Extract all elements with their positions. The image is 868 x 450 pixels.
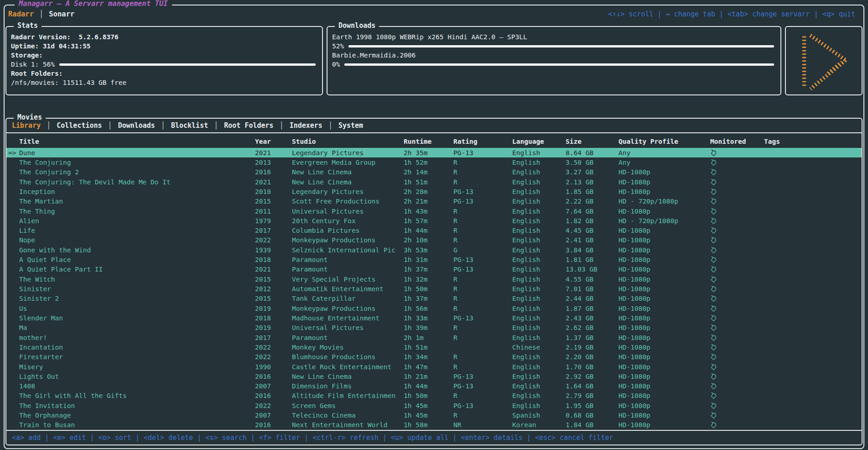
tab-root-folders[interactable]: Root Folders <box>224 121 273 130</box>
table-row[interactable]: A Quiet Place 2018 Paramount 1h 31m PG-1… <box>6 255 862 264</box>
cell-size: 2.79 GB <box>566 392 619 399</box>
cell-runtime: 1h 51m <box>404 344 453 351</box>
cell-quality-profile: HD-1080p <box>619 382 710 390</box>
cell-runtime: 1h 31m <box>404 256 453 263</box>
cell-quality-profile: HD-1080p <box>619 256 710 263</box>
download-progress-line: 52% <box>332 42 776 51</box>
table-row[interactable]: Inception 2010 Legendary Pictures 2h 28m… <box>6 187 862 196</box>
monitored-tag-icon <box>710 392 764 399</box>
cell-rating: PG-13 <box>453 382 512 390</box>
cell-quality-profile: HD-1080p <box>619 266 710 273</box>
table-row[interactable]: Lights Out 2016 New Line Cinema 1h 21m P… <box>6 372 862 381</box>
table-row[interactable]: Us 2019 Monkeypaw Productions 1h 56m R E… <box>6 303 862 313</box>
cell-studio: Very Special Projects <box>292 276 404 283</box>
table-row[interactable]: Sinister 2 2015 Tank Caterpillar 1h 37m … <box>6 294 862 303</box>
table-row[interactable]: Slender Man 2018 Madhouse Entertainment … <box>6 313 862 323</box>
cell-quality-profile: HD - 720p/1080p <box>619 198 710 205</box>
cell-year: 2018 <box>255 314 292 322</box>
table-row[interactable]: Train to Busan 2016 Next Entertainment W… <box>6 420 862 430</box>
cell-language: English <box>512 188 566 195</box>
cell-studio: Madhouse Entertainment <box>292 314 404 322</box>
cell-studio: Columbia Pictures <box>292 227 404 234</box>
table-row[interactable]: mother! 2017 Paramount 2h 1m R English 1… <box>6 333 862 342</box>
cell-year: 2022 <box>255 353 292 361</box>
cell-runtime: 2h 1m <box>404 334 453 341</box>
tab-separator: │ <box>108 121 112 130</box>
cell-runtime: 2h 35m <box>404 149 453 157</box>
table-row[interactable]: A Quiet Place Part II 2021 Paramount 1h … <box>6 265 862 274</box>
cell-size: 3.50 GB <box>566 159 619 166</box>
table-row[interactable]: The Girl with All the Gifts 2016 Altitud… <box>6 391 862 401</box>
table-row[interactable]: 1408 2007 Dimension Films 1h 44m PG-13 E… <box>6 382 862 391</box>
movies-table-body: => Dune 2021 Legendary Pictures 2h 35m P… <box>6 148 862 430</box>
app-title: Managarr – A Servarr management TUI <box>15 0 172 8</box>
cell-title: The Thing <box>19 208 255 215</box>
tab-indexers[interactable]: Indexers <box>290 121 322 130</box>
cell-title: A Quiet Place <box>19 256 255 263</box>
cell-title: Dune <box>19 149 255 157</box>
table-row[interactable]: Ma 2019 Universal Pictures 1h 39m R Engl… <box>6 323 862 333</box>
cell-size: 1.81 GB <box>566 256 619 263</box>
cell-title: Inception <box>19 188 255 195</box>
tab-downloads[interactable]: Downloads <box>118 121 155 130</box>
table-row[interactable]: The Orphanage 2007 Telecinco Cinema 1h 4… <box>6 410 862 420</box>
cell-year: 2015 <box>255 198 292 205</box>
table-row[interactable]: Firestarter 2022 Blumhouse Productions 1… <box>6 352 862 362</box>
cell-language: English <box>512 382 566 390</box>
cell-studio: Next Entertainment World <box>292 421 404 429</box>
table-row[interactable]: Incantation 2022 Monkey Movies 1h 51m Ch… <box>6 342 862 352</box>
cell-language: English <box>512 198 566 205</box>
cell-rating: PG-13 <box>453 149 512 157</box>
cell-size: 0.68 GB <box>566 412 619 419</box>
table-row[interactable]: The Invitation 2022 Screen Gems 1h 45m P… <box>6 401 862 410</box>
table-row[interactable]: Life 2017 Columbia Pictures 1h 44m R Eng… <box>6 226 862 235</box>
monitored-tag-icon <box>710 256 764 263</box>
cell-quality-profile: HD-1080p <box>619 373 710 380</box>
cell-language: English <box>512 285 566 293</box>
table-row[interactable]: The Thing 2011 Universal Pictures 1h 43m… <box>6 206 862 216</box>
monitored-tag-icon <box>710 295 764 302</box>
cell-quality-profile: HD - 720p/1080p <box>619 217 710 225</box>
table-row[interactable]: => Dune 2021 Legendary Pictures 2h 35m P… <box>6 148 862 157</box>
cell-studio: Castle Rock Entertainment <box>292 363 404 371</box>
cell-quality-profile: HD-1080p <box>619 344 710 351</box>
monitored-tag-icon <box>710 266 764 273</box>
cell-title: The Girl with All the Gifts <box>19 392 255 399</box>
table-row[interactable]: Alien 1979 20th Century Fox 1h 57m R Eng… <box>6 216 862 225</box>
table-row[interactable]: The Martian 2015 Scott Free Productions … <box>6 197 862 206</box>
tab-separator: │ <box>214 121 218 130</box>
cell-runtime: 1h 45m <box>404 412 453 419</box>
servarr-tab-radarr[interactable]: Radarr <box>8 10 34 18</box>
monitored-tag-icon <box>710 217 764 225</box>
table-row[interactable]: Misery 1990 Castle Rock Entertainment 1h… <box>6 362 862 372</box>
root-folder-value: /nfs/movies: 11511.43 GB free <box>11 78 317 87</box>
cell-size: 1.70 GB <box>566 363 619 371</box>
table-row[interactable]: The Witch 2015 Very Special Projects 1h … <box>6 274 862 284</box>
cell-rating: R <box>453 324 512 331</box>
cell-runtime: 1h 37m <box>404 295 453 302</box>
cell-year: 2021 <box>255 149 292 157</box>
monitored-tag-icon <box>710 168 764 176</box>
tab-library[interactable]: Library <box>12 121 41 130</box>
table-row[interactable]: Gone with the Wind 1939 Selznick Interna… <box>6 245 862 255</box>
cell-year: 1979 <box>255 217 292 225</box>
tab-system[interactable]: System <box>338 121 363 130</box>
table-row[interactable]: Nope 2022 Monkeypaw Productions 2h 10m R… <box>6 235 862 245</box>
servarr-tab-sonarr[interactable]: Sonarr <box>49 10 74 18</box>
cell-size: 2.19 GB <box>566 344 619 351</box>
table-row[interactable]: The Conjuring: The Devil Made Me Do It 2… <box>6 177 862 187</box>
cell-rating: R <box>453 178 512 186</box>
top-panels-row: Stats Radarr Version: 5.2.6.8376 Uptime:… <box>5 26 863 95</box>
table-row[interactable]: The Conjuring 2 2016 New Line Cinema 2h … <box>6 167 862 177</box>
monitored-tag-icon <box>710 412 764 419</box>
table-row[interactable]: Sinister 2012 Automatik Entertainment 1h… <box>6 284 862 293</box>
table-row[interactable]: The Conjuring 2013 Evergreen Media Group… <box>6 157 862 167</box>
col-header-tags: Tags <box>764 138 862 145</box>
cell-title: Us <box>19 305 255 312</box>
cell-size: 1.84 GB <box>566 421 619 429</box>
cell-language: English <box>512 168 566 176</box>
tab-blocklist[interactable]: Blocklist <box>171 121 208 130</box>
cell-title: Train to Busan <box>19 421 255 429</box>
tab-collections[interactable]: Collections <box>57 121 102 130</box>
monitored-tag-icon <box>710 276 764 283</box>
